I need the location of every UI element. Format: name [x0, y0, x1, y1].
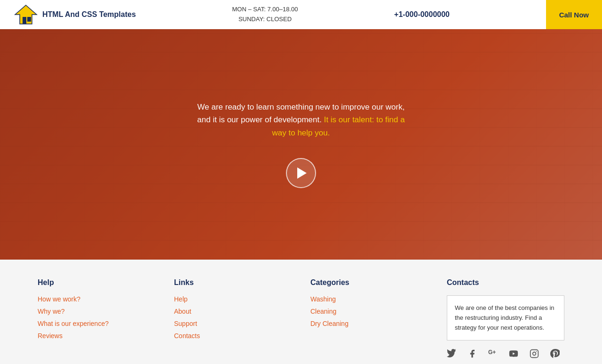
help-link-reviews[interactable]: Reviews [38, 332, 155, 340]
links-link-help[interactable]: Help [174, 295, 292, 303]
help-link-how-we-work[interactable]: How we work? [38, 295, 155, 303]
footer-contacts-section: Contacts We are one of the best companie… [447, 278, 564, 364]
header: HTML And CSS Templates MON – SAT: 7.00–1… [0, 0, 602, 29]
pinterest-icon[interactable] [550, 349, 563, 362]
footer-contacts-title: Contacts [447, 278, 564, 287]
logo-icon [14, 3, 38, 26]
schedule-line2: SUNDAY: CLOSED [232, 15, 298, 24]
footer-links-title: Links [174, 278, 292, 287]
schedule: MON – SAT: 7.00–18.00 SUNDAY: CLOSED [232, 5, 298, 24]
svg-rect-2 [27, 17, 31, 22]
social-icons: G+ [447, 349, 564, 364]
twitter-icon[interactable] [447, 349, 460, 362]
svg-point-5 [536, 351, 537, 352]
play-button[interactable] [286, 158, 316, 188]
footer: Help How we work? Why we? What is our ex… [0, 260, 602, 364]
call-now-button[interactable]: Call Now [546, 0, 602, 29]
contacts-description: We are one of the best companies in the … [447, 295, 564, 340]
category-washing[interactable]: Washing [310, 295, 428, 303]
hero-text: We are ready to learn something new to i… [193, 101, 409, 139]
footer-categories-title: Categories [310, 278, 428, 287]
logo-text: HTML And CSS Templates [42, 10, 136, 19]
help-link-why-we[interactable]: Why we? [38, 308, 155, 315]
instagram-icon[interactable] [530, 349, 543, 362]
footer-help-title: Help [38, 278, 155, 287]
hero-section: We are ready to learn something new to i… [0, 29, 602, 260]
schedule-line1: MON – SAT: 7.00–18.00 [232, 5, 298, 15]
svg-point-4 [533, 352, 536, 356]
svg-rect-3 [531, 350, 539, 358]
links-link-contacts[interactable]: Contacts [174, 332, 292, 340]
hero-content: We are ready to learn something new to i… [0, 29, 602, 260]
links-link-support[interactable]: Support [174, 320, 292, 327]
footer-links-section: Links Help About Support Contacts [174, 278, 292, 364]
logo: HTML And CSS Templates [14, 3, 136, 26]
category-dry-cleaning[interactable]: Dry Cleaning [310, 320, 428, 327]
footer-categories-section: Categories Washing Cleaning Dry Cleaning [310, 278, 428, 364]
footer-help-section: Help How we work? Why we? What is our ex… [38, 278, 155, 364]
google-plus-icon[interactable]: G+ [488, 349, 501, 362]
hero-text-highlight: It is our talent: to find a way to help … [272, 115, 405, 137]
facebook-icon[interactable] [467, 349, 481, 362]
svg-rect-1 [23, 17, 26, 24]
youtube-icon[interactable] [509, 349, 522, 362]
links-link-about[interactable]: About [174, 308, 292, 315]
help-link-experience[interactable]: What is our experience? [38, 320, 155, 327]
phone-number: +1-000-0000000 [394, 10, 450, 19]
category-cleaning[interactable]: Cleaning [310, 308, 428, 315]
